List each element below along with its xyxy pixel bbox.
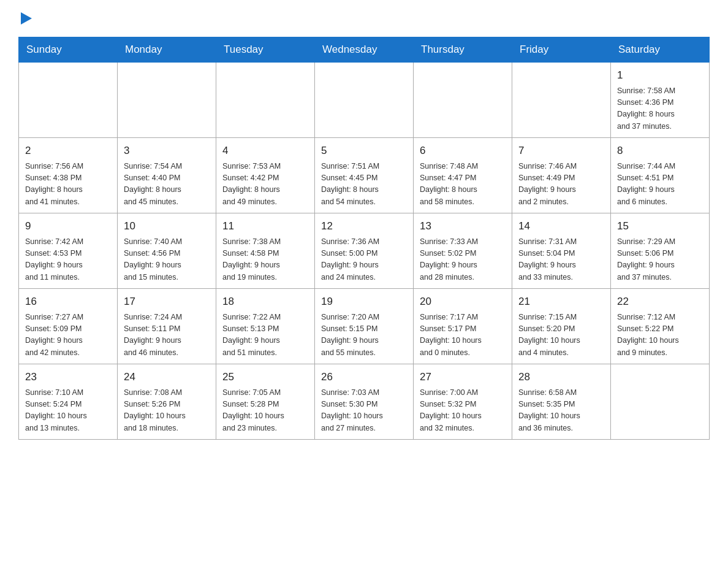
day-number: 17 [124,294,210,310]
day-info: Sunrise: 7:46 AM Sunset: 4:49 PM Dayligh… [518,161,604,209]
calendar-cell: 11Sunrise: 7:38 AM Sunset: 4:58 PM Dayli… [216,213,315,289]
day-info: Sunrise: 7:03 AM Sunset: 5:30 PM Dayligh… [321,387,407,435]
day-number: 5 [321,143,407,159]
day-info: Sunrise: 7:48 AM Sunset: 4:47 PM Dayligh… [420,161,506,209]
calendar-cell: 12Sunrise: 7:36 AM Sunset: 5:00 PM Dayli… [315,213,414,289]
calendar-week-row: 2Sunrise: 7:56 AM Sunset: 4:38 PM Daylig… [19,138,710,213]
day-number: 24 [124,369,210,385]
day-info: Sunrise: 7:29 AM Sunset: 5:06 PM Dayligh… [617,236,703,284]
day-number: 2 [25,143,111,159]
svg-marker-0 [21,12,32,25]
day-info: Sunrise: 7:42 AM Sunset: 4:53 PM Dayligh… [25,236,111,284]
calendar-cell: 27Sunrise: 7:00 AM Sunset: 5:32 PM Dayli… [414,364,512,440]
day-info: Sunrise: 7:58 AM Sunset: 4:36 PM Dayligh… [617,85,703,133]
calendar-cell: 5Sunrise: 7:51 AM Sunset: 4:45 PM Daylig… [315,138,414,213]
calendar-day-header: Saturday [611,37,710,63]
calendar-cell: 16Sunrise: 7:27 AM Sunset: 5:09 PM Dayli… [19,289,118,364]
day-number: 12 [321,218,407,234]
calendar-cell: 9Sunrise: 7:42 AM Sunset: 4:53 PM Daylig… [19,213,118,289]
day-number: 9 [25,218,111,234]
calendar-day-header: Wednesday [315,37,414,63]
calendar-cell [611,364,710,440]
day-number: 8 [617,143,703,159]
calendar-cell: 20Sunrise: 7:17 AM Sunset: 5:17 PM Dayli… [414,289,512,364]
calendar-cell: 14Sunrise: 7:31 AM Sunset: 5:04 PM Dayli… [512,213,611,289]
calendar-day-header: Sunday [19,37,118,63]
day-info: Sunrise: 7:56 AM Sunset: 4:38 PM Dayligh… [25,161,111,209]
day-number: 13 [420,218,506,234]
day-info: Sunrise: 7:40 AM Sunset: 4:56 PM Dayligh… [124,236,210,284]
day-number: 25 [222,369,308,385]
day-info: Sunrise: 7:22 AM Sunset: 5:13 PM Dayligh… [222,312,308,359]
logo [18,12,32,25]
day-info: Sunrise: 7:10 AM Sunset: 5:24 PM Dayligh… [25,387,111,435]
calendar-week-row: 9Sunrise: 7:42 AM Sunset: 4:53 PM Daylig… [19,213,710,289]
calendar-week-row: 23Sunrise: 7:10 AM Sunset: 5:24 PM Dayli… [19,364,710,440]
calendar-cell: 8Sunrise: 7:44 AM Sunset: 4:51 PM Daylig… [611,138,710,213]
day-number: 27 [420,369,506,385]
day-number: 10 [124,218,210,234]
day-number: 1 [617,67,703,83]
day-info: Sunrise: 7:08 AM Sunset: 5:26 PM Dayligh… [124,387,210,435]
calendar-cell: 4Sunrise: 7:53 AM Sunset: 4:42 PM Daylig… [216,138,315,213]
calendar-day-header: Friday [512,37,611,63]
day-number: 23 [25,369,111,385]
calendar-cell: 17Sunrise: 7:24 AM Sunset: 5:11 PM Dayli… [118,289,216,364]
day-number: 19 [321,294,407,310]
calendar-day-header: Thursday [414,37,512,63]
calendar-cell [315,63,414,138]
day-info: Sunrise: 7:51 AM Sunset: 4:45 PM Dayligh… [321,161,407,209]
calendar-table: SundayMondayTuesdayWednesdayThursdayFrid… [18,37,710,440]
calendar-cell: 23Sunrise: 7:10 AM Sunset: 5:24 PM Dayli… [19,364,118,440]
day-number: 11 [222,218,308,234]
calendar-cell [414,63,512,138]
day-number: 15 [617,218,703,234]
day-info: Sunrise: 6:58 AM Sunset: 5:35 PM Dayligh… [518,387,604,435]
calendar-cell: 13Sunrise: 7:33 AM Sunset: 5:02 PM Dayli… [414,213,512,289]
day-info: Sunrise: 7:17 AM Sunset: 5:17 PM Dayligh… [420,312,506,359]
calendar-cell: 19Sunrise: 7:20 AM Sunset: 5:15 PM Dayli… [315,289,414,364]
calendar-cell: 24Sunrise: 7:08 AM Sunset: 5:26 PM Dayli… [118,364,216,440]
day-number: 28 [518,369,604,385]
calendar-day-header: Monday [118,37,216,63]
day-info: Sunrise: 7:36 AM Sunset: 5:00 PM Dayligh… [321,236,407,284]
calendar-cell: 6Sunrise: 7:48 AM Sunset: 4:47 PM Daylig… [414,138,512,213]
day-number: 16 [25,294,111,310]
day-number: 21 [518,294,604,310]
calendar-cell: 10Sunrise: 7:40 AM Sunset: 4:56 PM Dayli… [118,213,216,289]
day-info: Sunrise: 7:27 AM Sunset: 5:09 PM Dayligh… [25,312,111,359]
calendar-cell: 7Sunrise: 7:46 AM Sunset: 4:49 PM Daylig… [512,138,611,213]
day-number: 22 [617,294,703,310]
calendar-cell: 21Sunrise: 7:15 AM Sunset: 5:20 PM Dayli… [512,289,611,364]
day-info: Sunrise: 7:33 AM Sunset: 5:02 PM Dayligh… [420,236,506,284]
calendar-cell [118,63,216,138]
calendar-cell: 18Sunrise: 7:22 AM Sunset: 5:13 PM Dayli… [216,289,315,364]
calendar-cell: 26Sunrise: 7:03 AM Sunset: 5:30 PM Dayli… [315,364,414,440]
day-number: 7 [518,143,604,159]
day-info: Sunrise: 7:00 AM Sunset: 5:32 PM Dayligh… [420,387,506,435]
day-info: Sunrise: 7:54 AM Sunset: 4:40 PM Dayligh… [124,161,210,209]
day-info: Sunrise: 7:05 AM Sunset: 5:28 PM Dayligh… [222,387,308,435]
day-number: 18 [222,294,308,310]
page-header [18,12,710,25]
calendar-cell [216,63,315,138]
day-number: 4 [222,143,308,159]
calendar-day-header: Tuesday [216,37,315,63]
calendar-cell: 1Sunrise: 7:58 AM Sunset: 4:36 PM Daylig… [611,63,710,138]
calendar-cell [512,63,611,138]
day-number: 3 [124,143,210,159]
calendar-cell: 28Sunrise: 6:58 AM Sunset: 5:35 PM Dayli… [512,364,611,440]
day-number: 20 [420,294,506,310]
calendar-cell: 2Sunrise: 7:56 AM Sunset: 4:38 PM Daylig… [19,138,118,213]
day-info: Sunrise: 7:31 AM Sunset: 5:04 PM Dayligh… [518,236,604,284]
day-info: Sunrise: 7:38 AM Sunset: 4:58 PM Dayligh… [222,236,308,284]
calendar-cell: 3Sunrise: 7:54 AM Sunset: 4:40 PM Daylig… [118,138,216,213]
logo-triangle-icon [21,12,32,25]
calendar-cell: 15Sunrise: 7:29 AM Sunset: 5:06 PM Dayli… [611,213,710,289]
day-info: Sunrise: 7:15 AM Sunset: 5:20 PM Dayligh… [518,312,604,359]
calendar-week-row: 1Sunrise: 7:58 AM Sunset: 4:36 PM Daylig… [19,63,710,138]
calendar-cell: 22Sunrise: 7:12 AM Sunset: 5:22 PM Dayli… [611,289,710,364]
day-info: Sunrise: 7:12 AM Sunset: 5:22 PM Dayligh… [617,312,703,359]
day-number: 6 [420,143,506,159]
calendar-header-row: SundayMondayTuesdayWednesdayThursdayFrid… [19,37,710,63]
